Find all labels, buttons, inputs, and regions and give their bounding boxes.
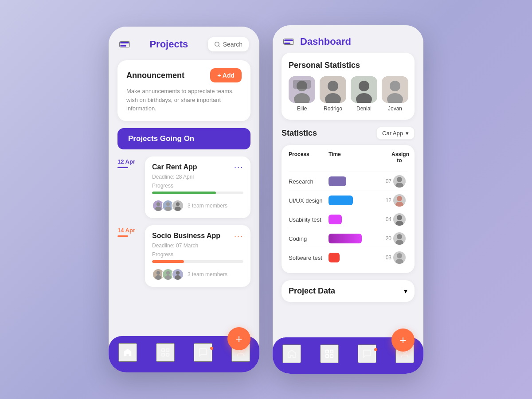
svg-point-3 xyxy=(166,202,170,206)
assignee-icon xyxy=(393,194,406,207)
dashboard-fab-label: + xyxy=(399,333,406,347)
search-button[interactable]: Search xyxy=(208,37,249,51)
svg-rect-44 xyxy=(330,355,332,357)
avatar-icon xyxy=(172,200,183,211)
svg-point-31 xyxy=(397,177,402,182)
announcement-card: Announcement + Add Make annuncements to … xyxy=(117,60,250,121)
dashboard-menu-button[interactable] xyxy=(283,39,294,45)
dashboard-nav-home[interactable] xyxy=(282,344,301,363)
person-photo-rodrigo xyxy=(320,76,346,103)
announcement-title: Announcement xyxy=(126,71,184,80)
bar-uiux xyxy=(329,196,353,205)
person-name-ellie: Ellie xyxy=(297,106,307,112)
progress-label-1: Progress xyxy=(152,183,243,189)
progress-bar-bg-1 xyxy=(152,192,243,194)
svg-rect-43 xyxy=(325,355,328,357)
project-card-2[interactable]: Socio Business App ··· Deadline: 07 Marc… xyxy=(145,225,250,287)
svg-rect-15 xyxy=(161,353,164,356)
col-assign: Assign to xyxy=(391,151,407,164)
svg-point-0 xyxy=(215,42,219,46)
time-coding: 20 xyxy=(374,235,391,242)
time-bar-uiux xyxy=(329,196,374,205)
svg-point-39 xyxy=(397,253,402,258)
projects-going-on-button[interactable]: Projects Going On xyxy=(117,128,250,149)
person-name-rodrigo: Rodrigo xyxy=(324,106,342,112)
chat-icon xyxy=(198,348,208,357)
projects-going-on-label: Projects Going On xyxy=(128,134,194,143)
dashboard-header: Dashboard xyxy=(273,25,423,53)
home-icon xyxy=(123,348,133,357)
process-coding: Coding xyxy=(289,235,329,242)
svg-point-38 xyxy=(395,240,403,245)
svg-point-1 xyxy=(156,202,160,206)
project-data-section[interactable]: Project Data ▾ xyxy=(282,280,415,302)
table-row: 14 Apr Socio Business App ··· Deadline: … xyxy=(117,225,250,287)
assignee-icon xyxy=(393,213,406,226)
svg-point-40 xyxy=(395,259,403,264)
dashboard-bottom-nav: + xyxy=(273,337,423,374)
svg-point-37 xyxy=(397,234,402,239)
list-item[interactable]: Denial xyxy=(351,76,377,112)
person-photo-denial xyxy=(351,76,377,103)
person-avatar-rodrigo xyxy=(320,76,346,103)
progress-bar-bg-2 xyxy=(152,260,243,263)
nav-grid[interactable] xyxy=(156,343,175,362)
chat-notification-dot xyxy=(374,348,377,351)
time-bar-usability xyxy=(329,215,374,224)
dashboard-fab-button[interactable]: + xyxy=(391,329,415,352)
svg-point-2 xyxy=(155,206,161,211)
table-row: 12 Apr Car Rent App ··· Deadline: 28 Apr… xyxy=(117,156,250,218)
col-time: Time xyxy=(329,151,374,164)
page-title: Projects xyxy=(149,39,188,50)
date-line-2 xyxy=(117,235,128,237)
grid-icon xyxy=(160,348,170,357)
project-deadline-1: Deadline: 28 April xyxy=(152,174,243,180)
svg-rect-16 xyxy=(166,353,168,356)
table-row: Research 07 xyxy=(289,172,407,191)
project-name-1: Car Rent App xyxy=(152,163,197,171)
time-research: 07 xyxy=(374,178,391,184)
statistics-header-row: Statistics Car App ▾ xyxy=(282,127,415,140)
add-announcement-button[interactable]: + Add xyxy=(210,68,242,82)
nav-home[interactable] xyxy=(118,343,137,362)
bar-research xyxy=(329,176,346,186)
projects-list: 12 Apr Car Rent App ··· Deadline: 28 Apr… xyxy=(109,156,259,336)
people-row: Ellie Rodrigo xyxy=(289,76,407,112)
assignee-icon xyxy=(393,251,406,264)
left-header: Projects Search xyxy=(109,27,259,57)
col-empty xyxy=(374,151,391,164)
car-app-dropdown[interactable]: Car App ▾ xyxy=(376,127,415,140)
svg-point-34 xyxy=(395,202,403,207)
person-avatar-jovan xyxy=(382,76,408,103)
progress-bar-fill-1 xyxy=(152,192,216,194)
announcement-header: Announcement + Add xyxy=(126,68,242,82)
project-card-1[interactable]: Car Rent App ··· Deadline: 28 April Prog… xyxy=(145,156,250,218)
nav-chat[interactable] xyxy=(194,343,212,362)
menu-button[interactable] xyxy=(119,41,130,47)
time-software: 03 xyxy=(374,254,391,261)
dashboard-nav-chat[interactable] xyxy=(358,344,376,363)
right-phone: Dashboard Personal Statistics xyxy=(273,25,423,374)
dashboard-nav-grid[interactable] xyxy=(320,344,339,363)
avatar-icon xyxy=(172,269,183,280)
bar-usability xyxy=(329,215,342,224)
statistics-section: Statistics Car App ▾ Process Time Assign… xyxy=(282,127,415,273)
home-icon xyxy=(287,349,297,359)
list-item[interactable]: Ellie xyxy=(289,76,315,112)
project-date-1: 12 Apr xyxy=(117,156,140,218)
dashboard-content: Personal Statistics Ellie xyxy=(273,53,423,337)
dots-button-1[interactable]: ··· xyxy=(234,163,243,172)
dots-button-2[interactable]: ··· xyxy=(234,231,243,241)
svg-point-8 xyxy=(155,275,161,279)
time-uiux: 12 xyxy=(374,197,391,203)
projects-section-header: Projects Going On xyxy=(117,128,250,149)
svg-point-5 xyxy=(176,202,180,206)
fab-button[interactable]: + xyxy=(227,327,250,350)
person-avatar-ellie xyxy=(289,76,315,103)
svg-point-36 xyxy=(395,221,403,226)
bar-coding xyxy=(329,234,362,243)
list-item[interactable]: Jovan xyxy=(382,76,408,112)
list-item[interactable]: Rodrigo xyxy=(320,76,346,112)
svg-rect-41 xyxy=(325,350,328,353)
avatar-stack-1 xyxy=(152,200,184,212)
